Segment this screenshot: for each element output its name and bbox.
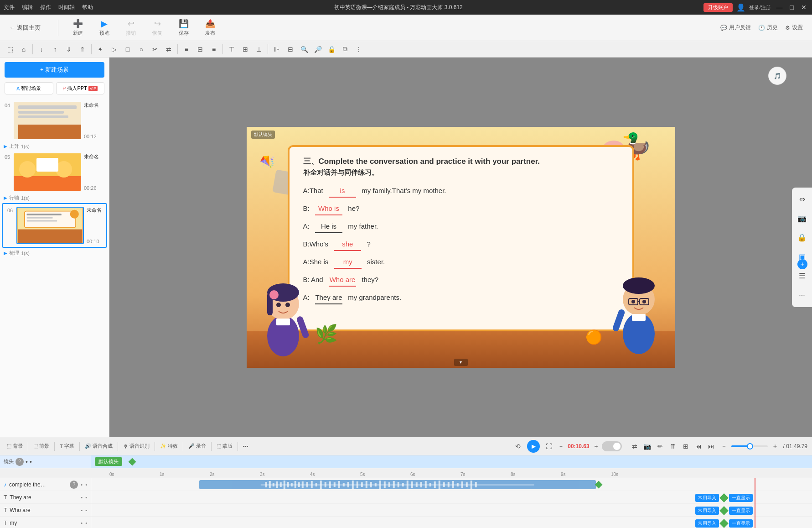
tool-align-bottom[interactable]: ⊥ [253,43,265,56]
right-panel-btn-1[interactable]: ⇔ [794,191,810,208]
timeline-add-button[interactable]: ＋ [797,259,807,269]
minimize-button[interactable]: — [775,4,785,11]
who-are-diamond[interactable] [719,506,729,515]
bg-button[interactable]: ⬚ 背景 [5,441,25,451]
move-up-icon[interactable]: ⇈ [667,441,678,452]
they-are-common-import[interactable]: 常用导入 [695,494,719,502]
filter-icon[interactable]: ⊞ [680,441,691,452]
tool-square[interactable]: □ [121,43,134,56]
keyframe-diamond[interactable] [129,458,136,465]
insert-ppt-button[interactable]: P 插入PPT VIP [56,82,105,94]
tool-zoom-out[interactable]: 🔎 [311,43,324,56]
tool-layer-down[interactable]: ⇓ [62,43,75,56]
keyframe-end-audio[interactable] [595,481,602,489]
they-are-always-show[interactable]: 一直显示 [729,494,753,502]
more-button[interactable]: ••• [241,442,251,450]
speed-minus[interactable]: － [558,442,564,450]
help-icon[interactable]: ? [16,458,24,466]
camera-diamond-button[interactable]: 默认镜头 [95,457,122,466]
upgrade-button[interactable]: 升级账户 [703,3,733,12]
fg-button[interactable]: ⬚ 前景 [31,441,52,451]
zoom-in-icon[interactable]: ＋ [770,441,781,452]
tool-distribute-v[interactable]: ⊟ [284,43,297,56]
track-dot-2[interactable]: • [85,482,87,487]
audio-clip[interactable] [199,480,596,489]
right-panel-btn-3[interactable]: 🔒 [794,230,810,246]
fullscreen-button[interactable]: ⛶ [543,441,554,452]
menu-file[interactable]: 文件 [4,4,15,11]
close-button[interactable]: ✕ [799,4,808,11]
they-are-dot-1[interactable]: • [81,495,83,500]
tool-align-middle-h[interactable]: ⊞ [239,43,252,56]
prev-scene-icon[interactable]: ⏮ [693,441,704,452]
tool-align-center-v[interactable]: ⊟ [194,43,207,56]
redo-button[interactable]: ↪ 恢复 [146,17,169,38]
who-are-dot-1[interactable]: • [81,507,83,513]
my-dot-2[interactable]: • [85,520,87,526]
tl-dot1[interactable]: • [26,458,28,465]
feedback-button[interactable]: 💬 用户反馈 [720,24,751,31]
maximize-button[interactable]: □ [788,4,796,11]
save-button[interactable]: 💾 保存 [172,17,195,38]
history-button[interactable]: 🕐 历史 [758,24,778,31]
tool-align-right[interactable]: ≡ [207,43,220,56]
undo-button[interactable]: ↩ 撤销 [119,17,142,38]
menu-timeline[interactable]: 时间轴 [58,4,75,11]
tool-star[interactable]: ✦ [94,43,107,56]
tool-circle[interactable]: ○ [135,43,148,56]
right-panel-btn-5[interactable]: ☰ [794,268,810,284]
publish-button[interactable]: 📤 发布 [199,17,222,38]
my-dot-1[interactable]: • [81,520,83,526]
menu-edit[interactable]: 编辑 [22,4,33,11]
tool-down[interactable]: ↓ [35,43,48,56]
track-help-icon[interactable]: ? [70,481,78,489]
camera-capture[interactable]: 📷 [642,441,653,452]
who-are-common-import[interactable]: 常用导入 [695,507,719,515]
tool-distribute-h[interactable]: ⊪ [270,43,283,56]
scene-item-05[interactable]: 05 未命名 00:26 [0,151,109,193]
tool-align-left[interactable]: ≡ [180,43,193,56]
preview-button[interactable]: ▶ 预览 [93,17,116,38]
tool-select[interactable]: ⬚ [4,43,16,56]
subtitle-button[interactable]: T 字幕 [57,441,77,451]
tool-flip-h[interactable]: ⇄ [162,43,175,56]
login-button[interactable]: 登录/注册 [749,4,771,11]
menu-operate[interactable]: 操作 [40,4,51,11]
track-dot-1[interactable]: • [81,482,83,487]
play-pause-button[interactable]: ▶ [527,440,540,453]
menu-help[interactable]: 帮助 [82,4,93,11]
settings-button[interactable]: ⚙ 设置 [785,24,803,31]
scene-item-04[interactable]: 04 未命名 00:12 [0,99,109,142]
tool-align-top[interactable]: ⊤ [225,43,238,56]
music-button[interactable]: 🎵 [768,67,786,85]
effects-button[interactable]: ✨ 特效 [158,441,180,451]
right-panel-btn-2[interactable]: 📷 [794,210,810,227]
rewind-button[interactable]: ⟲ [512,441,523,452]
they-are-dot-2[interactable]: • [85,495,87,500]
tool-cut[interactable]: ✂ [149,43,161,56]
speed-toggle[interactable] [602,441,622,451]
right-panel-btn-6[interactable]: ··· [794,287,810,303]
zoom-slider[interactable] [731,441,768,452]
sync-icon[interactable]: ⇄ [629,441,640,452]
who-are-dot-2[interactable]: • [85,507,87,513]
zoom-out-icon[interactable]: － [719,441,729,452]
tool-home[interactable]: ⌂ [17,43,30,56]
tl-dot2[interactable]: • [30,458,32,465]
next-scene-icon[interactable]: ⏭ [706,441,717,452]
new-scene-button[interactable]: + 新建场景 [5,62,104,78]
tts-button[interactable]: 🔊 语音合成 [83,441,115,451]
they-are-diamond[interactable] [719,493,729,502]
tool-layer-up[interactable]: ⇑ [76,43,89,56]
smart-scene-button[interactable]: A 智能场景 [5,82,53,94]
asr-button[interactable]: 🎙 语音识别 [121,441,152,451]
tool-lock[interactable]: 🔒 [325,43,338,56]
mask-button[interactable]: ⬚ 蒙版 [214,441,235,451]
timeline-indicator[interactable] [755,478,755,528]
my-always-show[interactable]: 一直显示 [729,519,753,528]
my-common-import[interactable]: 常用导入 [695,519,719,528]
canvas-expand-button[interactable]: ▾ [454,359,468,366]
record-button[interactable]: 🎤 录音 [186,441,208,451]
tool-triangle[interactable]: ▷ [108,43,120,56]
speed-plus[interactable]: ＋ [593,442,599,450]
